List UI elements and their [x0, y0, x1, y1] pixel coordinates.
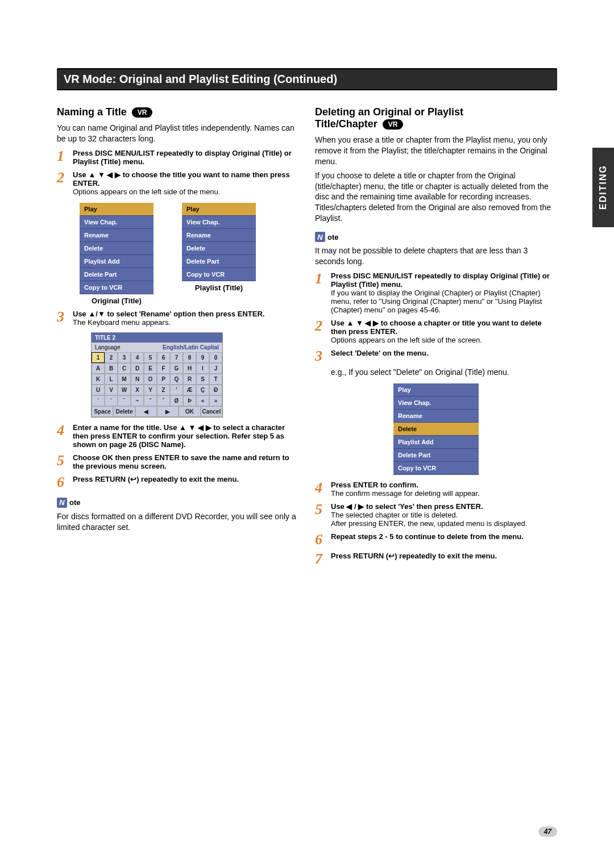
- kb-key: X: [131, 385, 144, 395]
- kb-key: Ð: [209, 385, 222, 395]
- menu-item: Delete: [80, 242, 154, 255]
- menu-item: View Chap.: [80, 216, 154, 229]
- kb-key: Z: [157, 385, 170, 395]
- kb-key: K: [92, 374, 105, 385]
- kb-key: Ø: [170, 395, 183, 406]
- rstep-4: 4 Press ENTER to confirm. The confirm me…: [315, 481, 557, 498]
- kb-key: ˆ: [144, 395, 157, 406]
- kb-key: 9: [196, 352, 209, 363]
- heading-line1: Deleting an Original or Playlist: [315, 106, 463, 118]
- step-number: 7: [315, 552, 327, 566]
- kb-key: O: [144, 374, 157, 385]
- step-number: 3: [57, 310, 69, 324]
- kb-key: ¨: [118, 395, 131, 406]
- rstep1-text: Press DISC MENU/LIST repeatedly to displ…: [331, 272, 550, 289]
- kb-key: C: [118, 363, 131, 374]
- rstep-2: 2 Use ▲ ▼ ◀ ▶ to choose a chapter or tit…: [315, 319, 557, 344]
- rstep-1: 1 Press DISC MENU/LIST repeatedly to dis…: [315, 272, 557, 314]
- step-number: 1: [315, 272, 327, 286]
- kb-lang-value: English/Latin Capital: [163, 344, 219, 350]
- kb-key: 6: [157, 352, 170, 363]
- para2: If you choose to delete a title or chapt…: [315, 170, 557, 224]
- step1-text: Press DISC MENU/LIST repeatedly to displ…: [73, 149, 292, 166]
- rstep5-sub1: The selected chapter or title is deleted…: [331, 511, 557, 519]
- step-number: 4: [315, 481, 327, 495]
- playlist-menu-caption: Playlist (Title): [182, 283, 256, 292]
- step4-text: Enter a name for the title. Use ▲ ▼ ◀ ▶ …: [73, 423, 285, 449]
- menu-item: View Chap.: [182, 216, 256, 229]
- step-number: 5: [57, 453, 69, 468]
- note-body: For discs formatted on a different DVD R…: [57, 511, 299, 533]
- kb-key: F: [157, 363, 170, 374]
- rstep4-text: Press ENTER to confirm.: [331, 481, 418, 489]
- step6-text: Press RETURN (↩) repeatedly to exit the …: [73, 475, 239, 483]
- original-menu-caption: Original (Title): [80, 297, 154, 305]
- left-column: Naming a Title VR You can name Original …: [57, 102, 299, 567]
- kb-key: 5: [144, 352, 157, 363]
- kb-key: I: [196, 363, 209, 374]
- naming-title-heading: Naming a Title VR: [57, 106, 299, 118]
- note-icon: N: [57, 498, 67, 508]
- kb-key: Y: [144, 385, 157, 395]
- kb-key: «: [196, 395, 209, 406]
- kb-key: U: [92, 385, 105, 395]
- kb-key: B: [105, 363, 118, 374]
- rstep-3: 3 Select 'Delete' on the menu.: [315, 349, 557, 364]
- heading-text: Naming a Title: [57, 106, 127, 118]
- kb-key: Ç: [196, 385, 209, 395]
- original-menu: PlayView Chap.RenameDeletePlaylist AddDe…: [80, 203, 154, 294]
- rstep-5: 5 Use ◀ / ▶ to select 'Yes' then press E…: [315, 502, 557, 528]
- kb-key: W: [118, 385, 131, 395]
- menu-item: View Chap.: [393, 397, 479, 410]
- step2-sub: Options appears on the left side of the …: [73, 187, 299, 196]
- step-number: 3: [315, 349, 327, 364]
- rstep2-sub: Options appears on the left side of the …: [331, 336, 557, 344]
- menu-item: Rename: [80, 229, 154, 242]
- kb-grid: 1234567890ABCDEFGHIJKLMNOPQRSTUVWXYZ'ÆÇÐ…: [92, 352, 222, 406]
- kb-action: Delete: [113, 406, 135, 417]
- step-4: 4 Enter a name for the title. Use ▲ ▼ ◀ …: [57, 423, 299, 449]
- menu-item: Delete Part: [80, 268, 154, 281]
- kb-key: 0: [209, 352, 222, 363]
- kb-key: Q: [170, 374, 183, 385]
- playlist-menu: PlayView Chap.RenameDeleteDelete PartCop…: [182, 203, 256, 281]
- menu-item: Playlist Add: [393, 436, 479, 449]
- intro-text: You can name Original and Playlist title…: [57, 123, 299, 144]
- step-2: 2 Use ▲ ▼ ◀ ▶ to choose the title you wa…: [57, 170, 299, 196]
- kb-key: T: [209, 374, 222, 385]
- menu-item: Play: [393, 383, 479, 397]
- kb-key: 8: [183, 352, 196, 363]
- kb-key: N: [131, 374, 144, 385]
- kb-key: R: [183, 374, 196, 385]
- step5-text: Choose OK then press ENTER to save the n…: [73, 453, 289, 470]
- kb-key: S: [196, 374, 209, 385]
- menu-item: Rename: [182, 229, 256, 242]
- rstep2-text: Use ▲ ▼ ◀ ▶ to choose a chapter or title…: [331, 319, 542, 336]
- step-5: 5 Choose OK then press ENTER to save the…: [57, 453, 299, 470]
- menu-item: Copy to VCR: [393, 462, 479, 475]
- kb-key: ´: [92, 395, 105, 406]
- kb-key: P: [157, 374, 170, 385]
- step-3: 3 Use ▲/▼ to select 'Rename' option then…: [57, 310, 299, 327]
- para1: When you erase a title or chapter from t…: [315, 135, 557, 167]
- menu-item: Delete: [182, 242, 256, 255]
- eg-text: e.g., If you select "Delete" on Original…: [331, 367, 557, 378]
- right-column: Deleting an Original or Playlist Title/C…: [315, 102, 557, 567]
- menu-item: Rename: [393, 410, 479, 423]
- heading-line2: Title/Chapter: [315, 118, 377, 130]
- deleting-heading: Deleting an Original or Playlist Title/C…: [315, 106, 557, 130]
- rstep5-sub2: After pressing ENTER, the new, updated m…: [331, 519, 557, 528]
- note-label: ote: [69, 498, 81, 507]
- kb-key: H: [183, 363, 196, 374]
- kb-key: 2: [105, 352, 118, 363]
- rstep1-sub: If you want to display the Original (Cha…: [331, 289, 557, 314]
- kb-key: A: [92, 363, 105, 374]
- kb-title: TITLE 2: [92, 333, 222, 343]
- menu-item: Copy to VCR: [80, 281, 154, 294]
- keyboard-menu: TITLE 2 Language English/Latin Capital 1…: [91, 332, 223, 418]
- page: EDITING VR Mode: Original and Playlist E…: [0, 0, 614, 868]
- note-heading: N ote: [315, 232, 557, 242]
- kb-key: ': [170, 385, 183, 395]
- kb-key: J: [209, 363, 222, 374]
- menu-item: Playlist Add: [80, 255, 154, 268]
